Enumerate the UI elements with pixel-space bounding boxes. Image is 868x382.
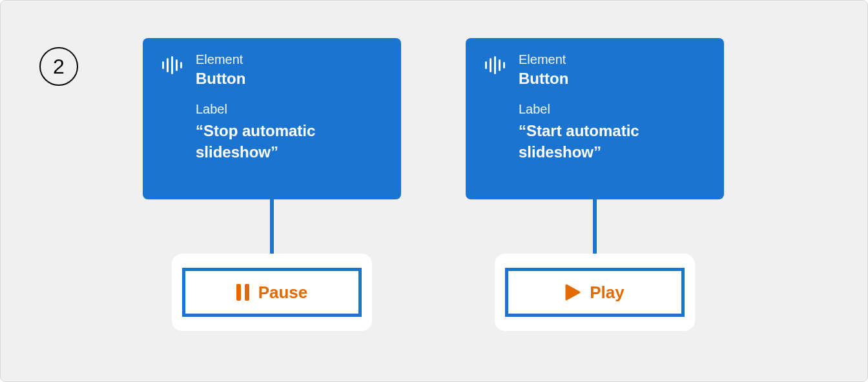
connector-line (593, 199, 597, 259)
element-value: Button (196, 68, 383, 89)
svg-rect-8 (490, 58, 491, 72)
element-value: Button (519, 68, 706, 89)
play-button[interactable]: Play (505, 268, 685, 317)
svg-rect-4 (180, 62, 182, 68)
label-heading: Label (519, 102, 706, 117)
svg-rect-6 (245, 284, 249, 301)
annotation-group-play: Element Button Label “Start automatic sl… (466, 38, 724, 331)
button-container-play: Play (495, 254, 695, 331)
pause-button-label: Pause (258, 283, 308, 303)
pause-icon (236, 284, 249, 301)
label-heading: Label (196, 102, 383, 117)
svg-rect-2 (171, 56, 173, 74)
play-button-label: Play (590, 283, 625, 303)
element-heading: Element (196, 52, 383, 67)
step-number-badge: 2 (39, 47, 78, 86)
sound-wave-icon (161, 52, 184, 77)
diagram-container: 2 Element Button (0, 0, 868, 382)
pause-button[interactable]: Pause (182, 268, 362, 317)
svg-rect-10 (499, 59, 501, 71)
svg-rect-9 (494, 56, 496, 74)
svg-rect-11 (503, 62, 505, 68)
step-number: 2 (53, 55, 65, 79)
label-value: “Stop automatic slideshow” (196, 121, 383, 163)
play-icon (565, 284, 581, 301)
connector-line (270, 199, 274, 259)
svg-rect-3 (176, 59, 178, 71)
svg-rect-1 (167, 58, 169, 72)
svg-rect-7 (485, 61, 487, 69)
annotation-card-pause: Element Button Label “Stop automatic sli… (143, 38, 401, 199)
annotation-group-pause: Element Button Label “Stop automatic sli… (143, 38, 401, 331)
element-heading: Element (519, 52, 706, 67)
svg-rect-5 (236, 284, 241, 301)
annotation-card-play: Element Button Label “Start automatic sl… (466, 38, 724, 199)
label-value: “Start automatic slideshow” (519, 121, 706, 163)
sound-wave-icon (484, 52, 507, 77)
button-container-pause: Pause (172, 254, 372, 331)
svg-rect-0 (162, 61, 164, 69)
